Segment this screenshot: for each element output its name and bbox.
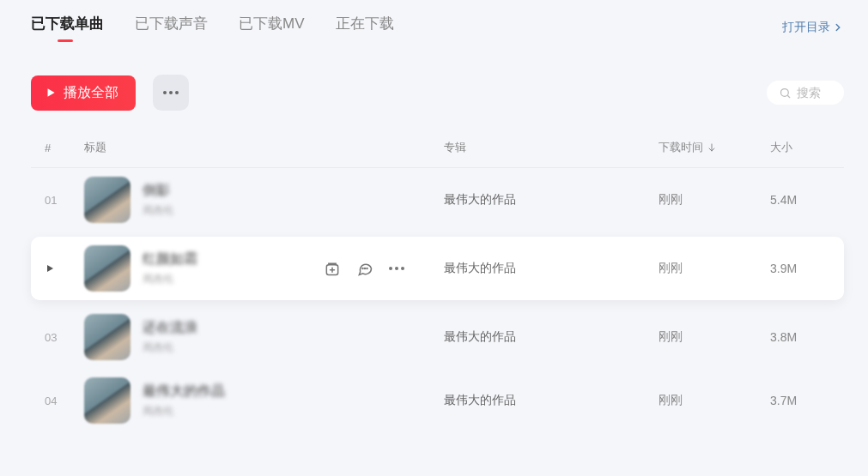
album-cover[interactable] — [84, 314, 131, 360]
song-title: 红颜如霜 — [143, 250, 197, 268]
row-index: 01 — [45, 194, 84, 207]
comment-icon — [356, 260, 373, 277]
row-size: 5.4M — [770, 193, 830, 207]
ellipsis-icon — [163, 91, 179, 94]
chevron-right-icon — [832, 21, 844, 33]
row-album[interactable]: 最伟大的作品 — [444, 261, 659, 276]
row-time: 刚刚 — [659, 192, 770, 208]
row-size: 3.7M — [770, 394, 830, 407]
add-to-playlist-button[interactable] — [324, 260, 341, 277]
row-album[interactable]: 最伟大的作品 — [444, 393, 659, 408]
row-index: 04 — [45, 395, 84, 407]
song-title: 最伟大的作品 — [143, 383, 225, 401]
album-cover[interactable] — [84, 177, 131, 223]
open-folder-label: 打开目录 — [782, 20, 830, 35]
table-row[interactable]: 红颜如霜 周杰伦 最伟大的作品 刚刚 3.9M — [31, 237, 844, 300]
table-row[interactable]: 04 最伟大的作品 周杰伦 最伟大的作品 刚刚 3.7M — [31, 369, 844, 432]
song-artist: 周杰伦 — [143, 340, 197, 355]
svg-point-13 — [365, 268, 366, 269]
svg-point-12 — [362, 268, 363, 269]
col-time[interactable]: 下载时间 — [659, 140, 770, 155]
sort-desc-icon — [707, 142, 717, 153]
search-icon — [779, 87, 792, 99]
svg-line-1 — [787, 95, 790, 98]
table-body: 01 倒影 周杰伦 最伟大的作品 刚刚 5.4M — [31, 168, 844, 432]
col-album[interactable]: 专辑 — [444, 140, 659, 155]
play-icon — [45, 263, 55, 274]
play-icon — [45, 87, 57, 99]
col-index: # — [45, 142, 84, 154]
row-index: 03 — [45, 331, 84, 344]
row-actions — [324, 260, 444, 277]
song-artist: 周杰伦 — [143, 272, 197, 286]
table-header: # 标题 专辑 下载时间 大小 — [31, 140, 844, 168]
add-to-playlist-icon — [324, 260, 341, 277]
search-input[interactable] — [797, 86, 831, 99]
row-time: 刚刚 — [659, 261, 770, 276]
row-time: 刚刚 — [659, 329, 770, 345]
col-time-label: 下载时间 — [659, 140, 703, 155]
tab-downloaded-songs[interactable]: 已下载单曲 — [31, 14, 104, 40]
tabs: 已下载单曲 已下载声音 已下载MV 正在下载 — [31, 14, 394, 40]
song-title: 倒影 — [143, 182, 173, 200]
open-folder-link[interactable]: 打开目录 — [782, 20, 844, 35]
tab-downloading[interactable]: 正在下载 — [336, 14, 394, 40]
comment-button[interactable] — [356, 260, 373, 277]
row-size: 3.8M — [770, 330, 830, 344]
row-size: 3.9M — [770, 262, 830, 275]
col-title[interactable]: 标题 — [84, 140, 444, 155]
col-size[interactable]: 大小 — [770, 140, 830, 155]
play-all-label: 播放全部 — [64, 84, 118, 102]
search-box[interactable] — [767, 81, 844, 105]
album-cover[interactable] — [84, 377, 131, 424]
tab-downloaded-mv[interactable]: 已下载MV — [239, 14, 305, 40]
song-artist: 周杰伦 — [143, 203, 173, 218]
table-row[interactable]: 03 还在流浪 周杰伦 最伟大的作品 刚刚 3.8M — [31, 305, 844, 369]
row-more-button[interactable] — [389, 267, 404, 270]
svg-point-14 — [367, 268, 367, 269]
row-more-icon — [389, 267, 404, 270]
song-artist: 周杰伦 — [143, 404, 225, 419]
row-album[interactable]: 最伟大的作品 — [444, 192, 659, 208]
table-row[interactable]: 01 倒影 周杰伦 最伟大的作品 刚刚 5.4M — [31, 168, 844, 232]
row-time: 刚刚 — [659, 393, 770, 408]
song-title: 还在流浪 — [143, 319, 197, 337]
more-actions-button[interactable] — [153, 75, 189, 111]
play-all-button[interactable]: 播放全部 — [31, 75, 136, 111]
row-index — [45, 263, 84, 274]
svg-point-0 — [781, 88, 789, 96]
album-cover[interactable] — [84, 245, 131, 292]
row-album[interactable]: 最伟大的作品 — [444, 329, 659, 345]
tab-downloaded-sounds[interactable]: 已下载声音 — [135, 14, 208, 40]
